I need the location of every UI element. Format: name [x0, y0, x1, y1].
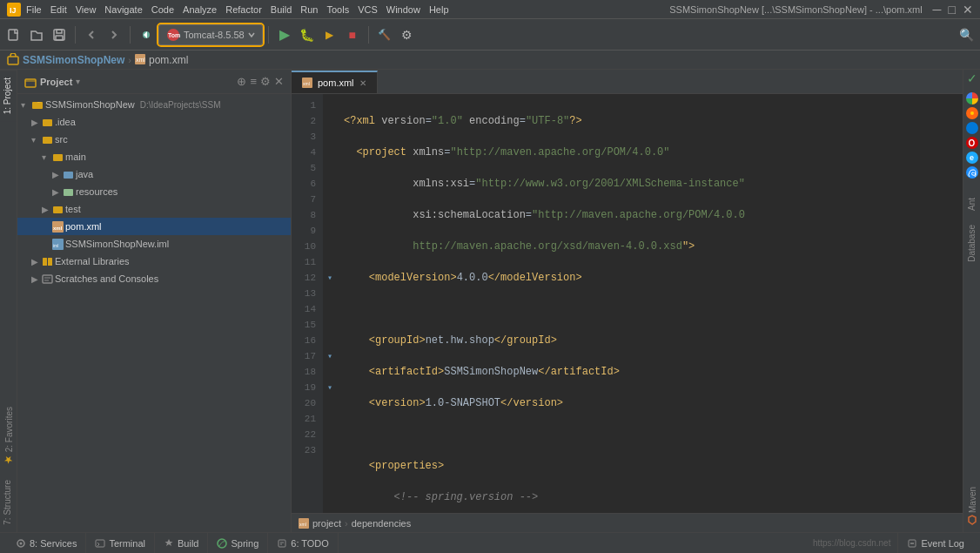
code-editor[interactable]: 12345 678910 1112131415 1617181920 21222… [292, 94, 963, 513]
terminal-label: Terminal [109, 538, 145, 549]
forward-button[interactable] [104, 24, 124, 45]
maven-tab[interactable]: Maven [964, 482, 980, 530]
tree-src[interactable]: ▾ src [17, 131, 291, 148]
tree-java[interactable]: ▶ java [17, 165, 291, 183]
tree-test[interactable]: ▶ test [17, 200, 291, 218]
svg-rect-12 [25, 79, 36, 87]
pom-xml-tab[interactable]: xml pom.xml ✕ [292, 71, 378, 93]
tree-external-libs[interactable]: ▶ External Libraries [17, 253, 291, 270]
src-folder-icon [42, 134, 53, 145]
tab-close-btn[interactable]: ✕ [359, 78, 366, 88]
opera-icon[interactable]: O [966, 137, 978, 149]
menu-analyze[interactable]: Analyze [183, 4, 217, 15]
run-with-coverage-button[interactable]: ▶ [319, 24, 340, 45]
event-log-button[interactable]: Event Log [897, 533, 973, 553]
svg-text:xml: xml [53, 226, 63, 231]
main-label: main [65, 152, 86, 162]
debug-button[interactable]: 🐛 [297, 24, 318, 45]
back-button[interactable] [81, 24, 102, 45]
separator-1 [75, 26, 76, 44]
search-button[interactable]: 🔍 [956, 24, 977, 45]
project-header-icons: ⊕ ≡ ⚙ ✕ [237, 75, 284, 88]
menu-run[interactable]: Run [300, 4, 318, 15]
code-content[interactable]: <?xml version="1.0" encoding="UTF-8"?> <… [337, 94, 963, 513]
menu-view[interactable]: View [76, 4, 97, 15]
svg-rect-35 [96, 540, 104, 547]
minimize-button[interactable]: ─ [933, 3, 942, 17]
menu-file[interactable]: File [26, 4, 42, 15]
tree-scratches[interactable]: ▶ Scratches and Consoles [17, 270, 291, 287]
stop-button[interactable]: ■ [342, 24, 363, 45]
left-tab-strip: 1: Project ★ 2: Favorites 7: Structure [0, 70, 17, 532]
url-display: https://blog.csdn.net [813, 538, 891, 548]
svg-rect-24 [43, 258, 47, 266]
edge-new-icon[interactable] [966, 166, 978, 179]
services-button[interactable]: 8: Services [7, 533, 86, 553]
new-project-button[interactable] [3, 24, 24, 45]
svg-text:Tom: Tom [168, 32, 180, 38]
svg-rect-15 [43, 137, 52, 144]
dropdown-arrow[interactable]: ▾ [76, 77, 80, 86]
breadcrumb-project[interactable]: SSMSimonShopNew [23, 54, 124, 66]
spring-button[interactable]: Spring [208, 533, 268, 553]
breadcrumb-file[interactable]: pom.xml [149, 54, 188, 66]
ant-tab[interactable]: Ant [964, 192, 979, 216]
run-button[interactable]: ▶ [274, 24, 295, 45]
svg-rect-18 [64, 189, 73, 196]
chrome-icon[interactable] [966, 92, 978, 105]
project-tab[interactable]: 1: Project [0, 70, 17, 121]
close-icon[interactable]: ✕ [274, 75, 284, 88]
build-button[interactable]: Build [155, 533, 208, 553]
tree-root[interactable]: ▾ SSMSimonShopNew D:\IdeaProjects\SSM [17, 96, 291, 113]
build-project-button[interactable]: 🔨 [374, 24, 395, 45]
close-button[interactable]: ✕ [963, 3, 973, 17]
tree-resources[interactable]: ▶ resources [17, 183, 291, 200]
menu-refactor[interactable]: Refactor [225, 4, 262, 15]
tomcat-label: Tomcat-8.5.58 [184, 30, 245, 40]
menu-window[interactable]: Window [386, 4, 420, 15]
maximize-button[interactable]: □ [949, 3, 956, 17]
menu-vcs[interactable]: VCS [358, 4, 378, 15]
menu-help[interactable]: Help [429, 4, 449, 15]
tree-iml[interactable]: ▶ iml SSMSimonShopNew.iml [17, 235, 291, 253]
settings-icon[interactable]: ⚙ [260, 75, 271, 88]
breadcrumb-part-project[interactable]: project [312, 518, 341, 529]
tomcat-run-config[interactable]: Tom Tomcat-8.5.58 [158, 24, 263, 45]
tree-idea[interactable]: ▶ .idea [17, 113, 291, 131]
check-mark: ✓ [967, 71, 977, 85]
tree-pom-xml[interactable]: ▶ xml pom.xml [17, 218, 291, 235]
menu-edit[interactable]: Edit [50, 4, 67, 15]
breadcrumb: SSMSimonShopNew › xml pom.xml [0, 51, 980, 70]
svg-rect-4 [57, 30, 62, 33]
locate-icon[interactable]: ⊕ [237, 75, 246, 88]
nav-back-button[interactable] [136, 24, 157, 45]
menu-tools[interactable]: Tools [326, 4, 349, 15]
open-button[interactable] [26, 24, 47, 45]
svg-text:xml: xml [303, 81, 310, 86]
save-button[interactable] [49, 24, 70, 45]
menu-navigate[interactable]: Navigate [104, 4, 142, 15]
favorites-tab[interactable]: ★ 2: Favorites [0, 400, 17, 473]
todo-button[interactable]: 6: TODO [268, 533, 339, 553]
firefox-icon[interactable] [966, 107, 978, 119]
breadcrumb-part-dependencies[interactable]: dependencies [352, 518, 412, 529]
database-tab[interactable]: Database [964, 219, 979, 267]
ie-icon[interactable]: e [966, 152, 978, 164]
resources-folder-icon [63, 186, 74, 198]
terminal-button[interactable]: Terminal [86, 533, 155, 553]
iml-icon: iml [52, 239, 64, 250]
root-arrow: ▾ [21, 100, 30, 110]
menu-build[interactable]: Build [271, 4, 292, 15]
structure-tab[interactable]: 7: Structure [0, 473, 17, 532]
spring-label: Spring [231, 538, 258, 549]
menu-code[interactable]: Code [151, 4, 174, 15]
svg-rect-16 [53, 154, 63, 161]
tree-main[interactable]: ▾ main [17, 148, 291, 165]
svg-rect-2 [9, 30, 17, 40]
collapse-all-icon[interactable]: ≡ [250, 75, 257, 88]
edge-icon[interactable] [966, 122, 978, 134]
tomcat-icon: Tom [166, 28, 180, 42]
project-panel-title[interactable]: Project [40, 77, 72, 87]
settings-button[interactable]: ⚙ [397, 24, 418, 45]
editor-tabs: xml pom.xml ✕ [292, 70, 963, 94]
